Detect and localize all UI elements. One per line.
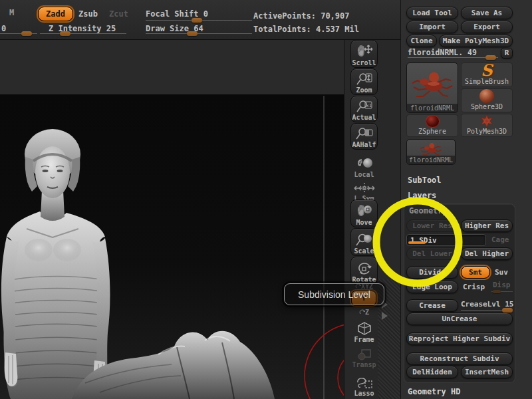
sdiv-slider[interactable]: 1 SDiv <box>406 234 486 246</box>
local-button[interactable]: Local <box>350 152 378 178</box>
sdiv-fill <box>408 241 426 244</box>
rotate-button[interactable]: Rotate <box>350 257 378 285</box>
frame-cube-icon <box>356 321 372 336</box>
simplebrush-tool[interactable]: S SimpleBrush <box>461 63 513 87</box>
zbrush-window: M Zadd Zsub Zcut Focal Shift 0 0 Z Inten… <box>0 0 532 399</box>
tooltip: Subdivision Level <box>284 283 384 305</box>
collapse-arrow-icon[interactable] <box>382 312 388 320</box>
higher-res-button[interactable]: Higher Res <box>461 219 513 232</box>
brush-cursor-outer-ring <box>305 323 344 399</box>
polymesh3d-star-icon <box>479 114 495 128</box>
subtool-section[interactable]: SubTool <box>408 176 442 185</box>
draw-size-slider[interactable] <box>146 33 252 34</box>
focal-shift-slider[interactable] <box>146 20 252 21</box>
crisp-button[interactable]: Crisp <box>463 283 485 291</box>
tool-palette: Load Tool Save As Import Export Clone Ma… <box>400 0 532 399</box>
polymesh3d-tool[interactable]: PolyMesh3D <box>461 114 513 137</box>
z-rotate-button[interactable]: Z <box>350 307 378 316</box>
sphere3d-tool[interactable]: Sphere3D <box>461 88 513 112</box>
move-button[interactable]: Move <box>350 200 378 227</box>
tool-item-slider[interactable] <box>408 57 498 58</box>
lsym-button[interactable]: L.Sym <box>350 180 378 202</box>
geometry-section[interactable]: Geometry <box>409 206 448 215</box>
import-button[interactable]: Import <box>406 21 458 33</box>
del-higher-button[interactable]: Del Higher <box>461 247 513 260</box>
sphere3d-icon <box>479 89 494 103</box>
lower-res-button[interactable]: Lower Res <box>406 219 458 232</box>
floroid-creature-icon <box>407 63 458 103</box>
document-canvas[interactable] <box>0 40 344 399</box>
smt-button[interactable]: Smt <box>461 266 490 279</box>
del-hidden-button[interactable]: DelHidden <box>406 366 458 378</box>
actual-button[interactable]: x1 Actual <box>350 96 378 122</box>
active-points-label: ActivePoints: <box>253 11 316 21</box>
zoom-button[interactable]: Zoom <box>350 68 378 95</box>
total-points: TotalPoints: 4.537 Mil <box>253 25 359 34</box>
save-as-button[interactable]: Save As <box>461 7 513 19</box>
crease-button[interactable]: Crease <box>406 299 458 312</box>
insert-mesh-button[interactable]: InsertMesh <box>461 366 513 378</box>
load-tool-button[interactable]: Load Tool <box>406 7 458 19</box>
actual-size-icon: x1 <box>356 99 373 114</box>
crease-lvl-slider[interactable] <box>461 310 513 311</box>
transparency-icon <box>356 348 372 361</box>
sculpt-model[interactable] <box>0 40 344 399</box>
transp-button[interactable]: Transp <box>350 346 378 368</box>
scale-label: Scale <box>354 247 374 255</box>
uncrease-button[interactable]: UnCrease <box>406 313 513 325</box>
focal-shift-label: Focal Shift 0 <box>146 9 208 19</box>
tool-item-slider-handle[interactable] <box>485 55 496 60</box>
aahalf-button[interactable]: AAHalf <box>350 123 378 150</box>
draw-size-handle[interactable] <box>187 31 198 36</box>
current-tool-thumbnail[interactable]: floroidNRML <box>406 63 458 113</box>
layers-section[interactable]: Layers <box>408 191 436 200</box>
m-button[interactable]: M <box>9 8 14 17</box>
total-points-label: TotalPoints: <box>253 25 311 34</box>
z-intensity-handle[interactable] <box>60 31 70 36</box>
brush-cursor-inner-ring <box>338 350 344 399</box>
export-button[interactable]: Export <box>461 21 513 33</box>
scroll-hand-icon <box>356 43 373 59</box>
simplebrush-label: SimpleBrush <box>465 78 509 86</box>
geometry-hd-section[interactable]: Geometry HD <box>408 387 460 396</box>
scale-button[interactable]: Scale <box>350 228 378 256</box>
edge-loop-button[interactable]: Edge Loop <box>406 281 458 293</box>
clone-button[interactable]: Clone <box>406 35 437 47</box>
r-button[interactable]: R <box>501 48 513 59</box>
top-toolbar: M Zadd Zsub Zcut Focal Shift 0 0 Z Inten… <box>0 0 400 40</box>
z-intensity-slider[interactable] <box>40 33 126 34</box>
crease-lvl-handle[interactable] <box>502 308 513 313</box>
del-lower-button[interactable]: Del Lower <box>406 247 458 260</box>
zsub-button[interactable]: Zsub <box>78 9 98 19</box>
focal-shift-handle[interactable] <box>192 18 202 23</box>
recent-tool-label: floroidNRML <box>407 156 455 164</box>
move-label: Move <box>356 219 372 226</box>
aahalf-icon <box>356 126 373 141</box>
scroll-label: Scroll <box>352 59 376 66</box>
left-slider[interactable] <box>0 33 37 34</box>
suv-button[interactable]: Suv <box>495 268 508 277</box>
polymesh3d-label: PolyMesh3D <box>467 128 507 136</box>
lasso-button[interactable]: Lasso <box>350 376 378 397</box>
cage-button[interactable]: Cage <box>491 235 509 244</box>
disp-slider[interactable] <box>491 291 513 292</box>
frame-label: Frame <box>354 336 374 343</box>
disp-button[interactable]: Disp <box>493 281 511 289</box>
reconstruct-subdiv-button[interactable]: Reconstruct Subdiv <box>406 352 513 365</box>
frame-button[interactable]: Frame <box>350 319 378 343</box>
actual-label: Actual <box>352 114 376 121</box>
divide-button[interactable]: Divide <box>406 266 458 279</box>
reproject-higher-subdiv-button[interactable]: Reproject Higher Subdiv <box>406 332 513 345</box>
zsphere-tool[interactable]: ZSphere <box>406 114 458 137</box>
recent-tool-thumbnail[interactable]: floroidNRML <box>406 139 456 165</box>
total-points-value: 4.537 Mil <box>316 25 359 34</box>
disp-handle[interactable] <box>493 290 501 293</box>
zcut-button[interactable]: Zcut <box>109 9 128 19</box>
make-polymesh3d-button[interactable]: Make PolyMesh3D <box>439 35 513 47</box>
rotate-icon <box>356 261 373 276</box>
left-slider-handle[interactable] <box>21 31 32 36</box>
move-hand-icon <box>356 203 373 219</box>
active-points: ActivePoints: 70,907 <box>253 11 350 21</box>
scroll-button[interactable]: Scroll <box>350 40 378 68</box>
zadd-button[interactable]: Zadd <box>38 7 73 21</box>
